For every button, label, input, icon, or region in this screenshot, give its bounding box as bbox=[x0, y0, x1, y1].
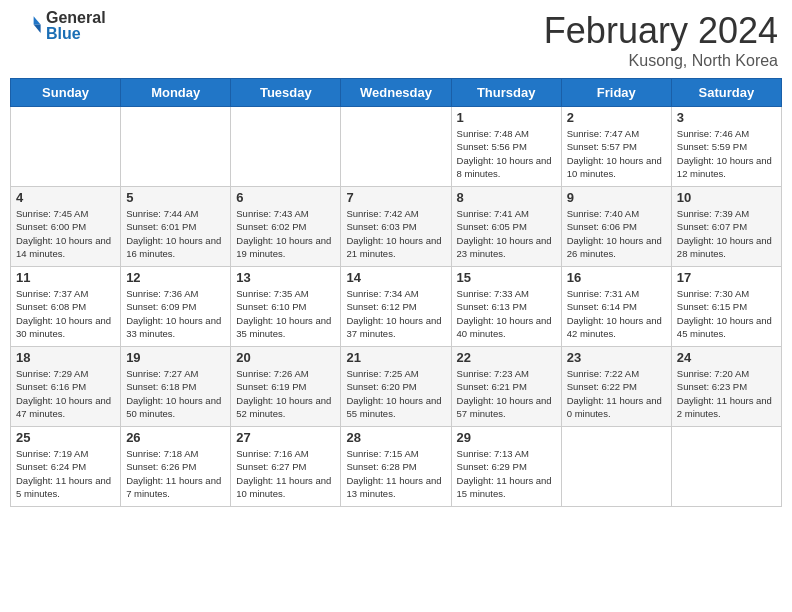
day-number: 17 bbox=[677, 270, 776, 285]
day-number: 2 bbox=[567, 110, 666, 125]
table-row: 4Sunrise: 7:45 AM Sunset: 6:00 PM Daylig… bbox=[11, 187, 121, 267]
col-saturday: Saturday bbox=[671, 79, 781, 107]
table-row: 22Sunrise: 7:23 AM Sunset: 6:21 PM Dayli… bbox=[451, 347, 561, 427]
table-row: 28Sunrise: 7:15 AM Sunset: 6:28 PM Dayli… bbox=[341, 427, 451, 507]
calendar-week-row: 1Sunrise: 7:48 AM Sunset: 5:56 PM Daylig… bbox=[11, 107, 782, 187]
calendar-header-row: Sunday Monday Tuesday Wednesday Thursday… bbox=[11, 79, 782, 107]
day-info: Sunrise: 7:27 AM Sunset: 6:18 PM Dayligh… bbox=[126, 367, 225, 420]
day-number: 23 bbox=[567, 350, 666, 365]
table-row: 12Sunrise: 7:36 AM Sunset: 6:09 PM Dayli… bbox=[121, 267, 231, 347]
table-row: 7Sunrise: 7:42 AM Sunset: 6:03 PM Daylig… bbox=[341, 187, 451, 267]
day-number: 14 bbox=[346, 270, 445, 285]
logo-blue-text: Blue bbox=[46, 26, 106, 42]
day-number: 22 bbox=[457, 350, 556, 365]
day-number: 15 bbox=[457, 270, 556, 285]
day-info: Sunrise: 7:16 AM Sunset: 6:27 PM Dayligh… bbox=[236, 447, 335, 500]
table-row: 29Sunrise: 7:13 AM Sunset: 6:29 PM Dayli… bbox=[451, 427, 561, 507]
table-row bbox=[561, 427, 671, 507]
table-row: 18Sunrise: 7:29 AM Sunset: 6:16 PM Dayli… bbox=[11, 347, 121, 427]
table-row: 8Sunrise: 7:41 AM Sunset: 6:05 PM Daylig… bbox=[451, 187, 561, 267]
table-row: 25Sunrise: 7:19 AM Sunset: 6:24 PM Dayli… bbox=[11, 427, 121, 507]
table-row: 11Sunrise: 7:37 AM Sunset: 6:08 PM Dayli… bbox=[11, 267, 121, 347]
col-wednesday: Wednesday bbox=[341, 79, 451, 107]
svg-marker-1 bbox=[34, 16, 41, 24]
col-monday: Monday bbox=[121, 79, 231, 107]
col-friday: Friday bbox=[561, 79, 671, 107]
col-sunday: Sunday bbox=[11, 79, 121, 107]
table-row: 10Sunrise: 7:39 AM Sunset: 6:07 PM Dayli… bbox=[671, 187, 781, 267]
day-number: 7 bbox=[346, 190, 445, 205]
day-number: 26 bbox=[126, 430, 225, 445]
day-info: Sunrise: 7:30 AM Sunset: 6:15 PM Dayligh… bbox=[677, 287, 776, 340]
day-info: Sunrise: 7:13 AM Sunset: 6:29 PM Dayligh… bbox=[457, 447, 556, 500]
col-tuesday: Tuesday bbox=[231, 79, 341, 107]
day-info: Sunrise: 7:33 AM Sunset: 6:13 PM Dayligh… bbox=[457, 287, 556, 340]
day-info: Sunrise: 7:47 AM Sunset: 5:57 PM Dayligh… bbox=[567, 127, 666, 180]
page: General Blue February 2024 Kusong, North… bbox=[0, 0, 792, 612]
table-row: 26Sunrise: 7:18 AM Sunset: 6:26 PM Dayli… bbox=[121, 427, 231, 507]
table-row: 6Sunrise: 7:43 AM Sunset: 6:02 PM Daylig… bbox=[231, 187, 341, 267]
table-row: 2Sunrise: 7:47 AM Sunset: 5:57 PM Daylig… bbox=[561, 107, 671, 187]
calendar-table: Sunday Monday Tuesday Wednesday Thursday… bbox=[10, 78, 782, 507]
table-row: 15Sunrise: 7:33 AM Sunset: 6:13 PM Dayli… bbox=[451, 267, 561, 347]
day-number: 8 bbox=[457, 190, 556, 205]
calendar-week-row: 25Sunrise: 7:19 AM Sunset: 6:24 PM Dayli… bbox=[11, 427, 782, 507]
col-thursday: Thursday bbox=[451, 79, 561, 107]
table-row: 5Sunrise: 7:44 AM Sunset: 6:01 PM Daylig… bbox=[121, 187, 231, 267]
day-number: 12 bbox=[126, 270, 225, 285]
day-number: 10 bbox=[677, 190, 776, 205]
day-info: Sunrise: 7:19 AM Sunset: 6:24 PM Dayligh… bbox=[16, 447, 115, 500]
day-info: Sunrise: 7:44 AM Sunset: 6:01 PM Dayligh… bbox=[126, 207, 225, 260]
day-number: 1 bbox=[457, 110, 556, 125]
table-row bbox=[341, 107, 451, 187]
day-info: Sunrise: 7:23 AM Sunset: 6:21 PM Dayligh… bbox=[457, 367, 556, 420]
day-number: 11 bbox=[16, 270, 115, 285]
day-number: 19 bbox=[126, 350, 225, 365]
day-number: 25 bbox=[16, 430, 115, 445]
day-info: Sunrise: 7:29 AM Sunset: 6:16 PM Dayligh… bbox=[16, 367, 115, 420]
calendar-week-row: 18Sunrise: 7:29 AM Sunset: 6:16 PM Dayli… bbox=[11, 347, 782, 427]
day-number: 28 bbox=[346, 430, 445, 445]
day-info: Sunrise: 7:39 AM Sunset: 6:07 PM Dayligh… bbox=[677, 207, 776, 260]
table-row: 27Sunrise: 7:16 AM Sunset: 6:27 PM Dayli… bbox=[231, 427, 341, 507]
table-row: 23Sunrise: 7:22 AM Sunset: 6:22 PM Dayli… bbox=[561, 347, 671, 427]
day-info: Sunrise: 7:34 AM Sunset: 6:12 PM Dayligh… bbox=[346, 287, 445, 340]
day-number: 5 bbox=[126, 190, 225, 205]
title-block: February 2024 Kusong, North Korea bbox=[544, 10, 778, 70]
calendar-title: February 2024 bbox=[544, 10, 778, 52]
header: General Blue February 2024 Kusong, North… bbox=[10, 10, 782, 70]
day-info: Sunrise: 7:45 AM Sunset: 6:00 PM Dayligh… bbox=[16, 207, 115, 260]
day-info: Sunrise: 7:35 AM Sunset: 6:10 PM Dayligh… bbox=[236, 287, 335, 340]
day-number: 18 bbox=[16, 350, 115, 365]
day-info: Sunrise: 7:37 AM Sunset: 6:08 PM Dayligh… bbox=[16, 287, 115, 340]
day-info: Sunrise: 7:15 AM Sunset: 6:28 PM Dayligh… bbox=[346, 447, 445, 500]
day-number: 27 bbox=[236, 430, 335, 445]
table-row: 19Sunrise: 7:27 AM Sunset: 6:18 PM Dayli… bbox=[121, 347, 231, 427]
day-info: Sunrise: 7:36 AM Sunset: 6:09 PM Dayligh… bbox=[126, 287, 225, 340]
day-number: 21 bbox=[346, 350, 445, 365]
logo-icon bbox=[14, 12, 42, 40]
table-row: 9Sunrise: 7:40 AM Sunset: 6:06 PM Daylig… bbox=[561, 187, 671, 267]
table-row: 13Sunrise: 7:35 AM Sunset: 6:10 PM Dayli… bbox=[231, 267, 341, 347]
day-info: Sunrise: 7:31 AM Sunset: 6:14 PM Dayligh… bbox=[567, 287, 666, 340]
calendar-location: Kusong, North Korea bbox=[544, 52, 778, 70]
day-info: Sunrise: 7:20 AM Sunset: 6:23 PM Dayligh… bbox=[677, 367, 776, 420]
table-row: 1Sunrise: 7:48 AM Sunset: 5:56 PM Daylig… bbox=[451, 107, 561, 187]
table-row: 24Sunrise: 7:20 AM Sunset: 6:23 PM Dayli… bbox=[671, 347, 781, 427]
table-row: 21Sunrise: 7:25 AM Sunset: 6:20 PM Dayli… bbox=[341, 347, 451, 427]
table-row bbox=[671, 427, 781, 507]
day-info: Sunrise: 7:43 AM Sunset: 6:02 PM Dayligh… bbox=[236, 207, 335, 260]
logo-general-text: General bbox=[46, 10, 106, 26]
day-info: Sunrise: 7:48 AM Sunset: 5:56 PM Dayligh… bbox=[457, 127, 556, 180]
day-info: Sunrise: 7:40 AM Sunset: 6:06 PM Dayligh… bbox=[567, 207, 666, 260]
calendar-week-row: 4Sunrise: 7:45 AM Sunset: 6:00 PM Daylig… bbox=[11, 187, 782, 267]
day-number: 13 bbox=[236, 270, 335, 285]
table-row: 20Sunrise: 7:26 AM Sunset: 6:19 PM Dayli… bbox=[231, 347, 341, 427]
day-info: Sunrise: 7:26 AM Sunset: 6:19 PM Dayligh… bbox=[236, 367, 335, 420]
day-number: 6 bbox=[236, 190, 335, 205]
day-info: Sunrise: 7:42 AM Sunset: 6:03 PM Dayligh… bbox=[346, 207, 445, 260]
day-info: Sunrise: 7:25 AM Sunset: 6:20 PM Dayligh… bbox=[346, 367, 445, 420]
day-number: 20 bbox=[236, 350, 335, 365]
svg-marker-2 bbox=[34, 25, 41, 33]
logo: General Blue bbox=[14, 10, 106, 42]
